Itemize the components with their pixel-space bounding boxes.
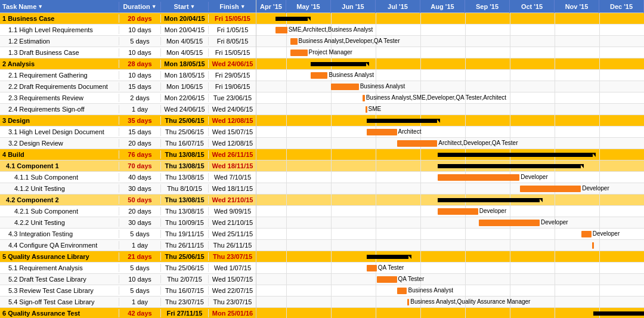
gantt-row: Architect,Developer,QA Tester: [256, 138, 644, 149]
table-row: 1 Business Case 20 days Mon 20/04/15 Fri…: [0, 13, 256, 24]
task-duration: 1 day: [119, 241, 161, 249]
table-row: 4.2 Component 2 50 days Thu 13/08/15 Wed…: [0, 194, 256, 206]
table-row: 3.1 High Level Design Document 15 days T…: [0, 126, 256, 138]
table-row: 4.1 Component 1 70 days Thu 13/08/15 Wed…: [0, 160, 256, 172]
summary-cap-left: [367, 119, 370, 123]
task-finish: Wed 15/07/15: [209, 128, 256, 136]
gantt-row: Business Analyst: [256, 285, 644, 297]
task-name: 4.4 Configure QA Environment: [0, 241, 119, 249]
month-header: May '15: [286, 0, 331, 13]
gantt-row: Developer: [256, 183, 644, 194]
task-start: Thu 2/07/15: [161, 275, 209, 283]
summary-bar: [438, 164, 581, 168]
task-start: Thu 19/11/15: [161, 230, 209, 238]
header-duration[interactable]: Duration ▼: [119, 2, 161, 11]
table-row: 5 Quality Assurance Library 21 days Thu …: [0, 251, 256, 263]
month-header: Dec '15: [599, 0, 644, 13]
gantt-bar: [290, 38, 297, 45]
task-duration: 10 days: [119, 26, 161, 34]
month-header: Nov '15: [555, 0, 599, 13]
gantt-row: Developer: [256, 217, 644, 229]
gantt-row: Architect: [256, 126, 644, 138]
summary-bar: [311, 62, 366, 66]
task-name: 5.2 Draft Test Case Library: [0, 275, 119, 283]
task-finish: Wed 21/10/15: [209, 196, 256, 204]
task-table: Task Name ▼ Duration ▼ Start ▼ Finish ▼ …: [0, 0, 256, 318]
summary-bar: [593, 311, 644, 316]
summary-cap-right: [408, 255, 411, 259]
task-start: Mon 18/05/15: [161, 60, 209, 68]
bar-label: Developer: [479, 208, 507, 214]
gantt-bar: [290, 50, 307, 56]
task-finish: Wed 24/06/15: [209, 60, 256, 68]
header-task[interactable]: Task Name ▼: [0, 2, 119, 11]
gantt-row: Business Analyst,SME,Developer,QA Tester…: [256, 92, 644, 104]
gantt-bar: [397, 140, 437, 147]
gantt-row: Business Analyst,Developer,QA Tester: [256, 36, 644, 47]
month-header: Apr '15: [256, 0, 286, 13]
gantt-bar: [366, 106, 367, 113]
gantt-row: Developer: [256, 229, 644, 240]
task-duration: 42 days: [119, 309, 161, 317]
gantt-row: Business Analyst: [256, 70, 644, 81]
task-duration: 70 days: [119, 162, 161, 170]
gantt-bar: [397, 288, 407, 294]
month-header: Jun '15: [331, 0, 376, 13]
summary-cap-left: [275, 17, 279, 21]
task-start: Thu 25/06/15: [161, 264, 209, 272]
bar-label: Business Analyst: [360, 83, 405, 89]
gantt-row: [256, 160, 644, 172]
task-name: 1.1 High Level Requirements: [0, 26, 119, 34]
summary-cap-right: [436, 119, 440, 123]
gantt-bar: [407, 299, 409, 305]
task-name: 4.2.2 Unit Testing: [0, 218, 119, 227]
task-name: 3.1 High Level Design Document: [0, 128, 119, 136]
summary-cap-left: [438, 198, 441, 202]
task-finish: Wed 7/10/15: [209, 173, 256, 181]
task-name: 4 Build: [0, 150, 119, 159]
task-duration: 1 day: [119, 105, 161, 113]
task-name: 2.4 Requirements Sign-off: [0, 105, 119, 113]
summary-cap-left: [367, 255, 370, 259]
task-finish: Wed 26/11/15: [209, 150, 256, 159]
task-rows: 1 Business Case 20 days Mon 20/04/15 Fri…: [0, 13, 256, 318]
task-duration: 20 days: [119, 14, 161, 23]
summary-cap-right: [366, 62, 369, 66]
task-name: 4.1.1 Sub Component: [0, 173, 119, 181]
task-name: 3.2 Design Review: [0, 139, 119, 147]
header-finish[interactable]: Finish ▼: [209, 2, 256, 11]
task-finish: Wed 9/09/15: [209, 207, 256, 215]
gantt-row: Business Analyst: [256, 81, 644, 92]
gantt-bar: [311, 72, 327, 79]
task-finish: Fri 15/05/15: [209, 14, 256, 23]
table-row: 4.1.1 Sub Component 40 days Thu 13/08/15…: [0, 172, 256, 183]
table-row: 5.4 Sign-off Test Case Library 1 day Thu…: [0, 297, 256, 308]
gantt-bar: [367, 129, 397, 135]
bar-label: Business Analyst: [408, 287, 453, 294]
task-finish: Wed 12/08/15: [209, 116, 256, 125]
gantt-row: [256, 115, 644, 126]
task-finish: Thu 23/07/15: [209, 298, 256, 306]
task-start: Fri 27/11/15: [161, 309, 209, 317]
task-start: Thu 16/07/15: [161, 139, 209, 147]
summary-bar: [438, 153, 593, 157]
table-row: 6 Quality Assurance Test 42 days Fri 27/…: [0, 308, 256, 318]
task-duration: 10 days: [119, 275, 161, 283]
bar-label: Developer: [521, 174, 548, 180]
task-duration: 1 day: [119, 298, 161, 306]
gantt-row: [256, 194, 644, 206]
task-name: 2 Analysis: [0, 60, 119, 68]
task-duration: 30 days: [119, 184, 161, 193]
task-name: 5.3 Review Test Case Library: [0, 286, 119, 295]
gantt-bar: [438, 208, 478, 215]
header-start[interactable]: Start ▼: [161, 2, 209, 11]
bar-label: Business Analyst: [329, 72, 374, 78]
task-finish: Wed 18/11/15: [209, 184, 256, 193]
table-row: 4 Build 76 days Thu 13/08/15 Wed 26/11/1…: [0, 149, 256, 160]
task-duration: 5 days: [119, 264, 161, 272]
task-name: 1.2 Estimation: [0, 37, 119, 45]
gantt-bar: [438, 174, 519, 181]
task-duration: 40 days: [119, 173, 161, 181]
task-finish: Tue 23/06/15: [209, 94, 256, 102]
table-row: 5.2 Draft Test Case Library 10 days Thu …: [0, 274, 256, 285]
